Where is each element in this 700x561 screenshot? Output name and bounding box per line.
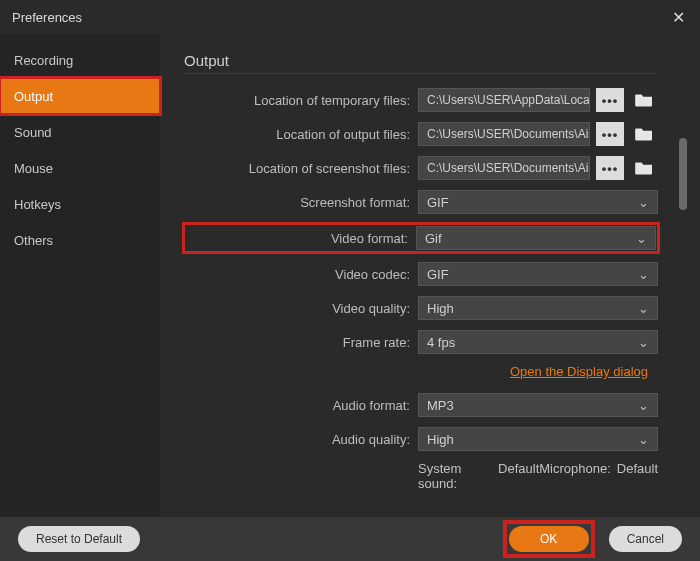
folder-icon (634, 160, 654, 176)
temp-files-input[interactable]: C:\Users\USER\AppData\Local\Ten (418, 88, 590, 112)
chevron-down-icon: ⌄ (638, 398, 649, 413)
open-folder-button[interactable] (630, 122, 658, 146)
more-button[interactable]: ••• (596, 156, 624, 180)
screenshot-format-select[interactable]: GIF ⌄ (418, 190, 658, 214)
frame-rate-select[interactable]: 4 fps ⌄ (418, 330, 658, 354)
chevron-down-icon: ⌄ (638, 335, 649, 350)
label-output-files: Location of output files: (184, 127, 418, 142)
reset-to-default-button[interactable]: Reset to Default (18, 526, 140, 552)
value-microphone: Default (617, 461, 658, 491)
footer: Reset to Default OK Cancel (0, 517, 700, 561)
screenshot-files-input[interactable]: C:\Users\USER\Documents\Aiseesc (418, 156, 590, 180)
label-audio-quality: Audio quality: (184, 432, 418, 447)
folder-icon (634, 92, 654, 108)
audio-format-select[interactable]: MP3 ⌄ (418, 393, 658, 417)
label-temp-files: Location of temporary files: (184, 93, 418, 108)
more-button[interactable]: ••• (596, 122, 624, 146)
label-screenshot-files: Location of screenshot files: (184, 161, 418, 176)
video-codec-select[interactable]: GIF ⌄ (418, 262, 658, 286)
sidebar-item-mouse[interactable]: Mouse (0, 150, 160, 186)
sidebar-item-sound[interactable]: Sound (0, 114, 160, 150)
label-video-codec: Video codec: (184, 267, 418, 282)
label-audio-format: Audio format: (184, 398, 418, 413)
label-system-sound: System sound: (418, 461, 492, 491)
label-video-format: Video format: (186, 231, 416, 246)
label-video-quality: Video quality: (184, 301, 418, 316)
chevron-down-icon: ⌄ (638, 267, 649, 282)
label-microphone: Microphone: (539, 461, 611, 491)
sidebar-item-hotkeys[interactable]: Hotkeys (0, 186, 160, 222)
content-panel: Output Location of temporary files: C:\U… (160, 34, 676, 494)
chevron-down-icon: ⌄ (638, 432, 649, 447)
value-system-sound: Default (498, 461, 539, 491)
label-screenshot-format: Screenshot format: (184, 195, 418, 210)
label-frame-rate: Frame rate: (184, 335, 418, 350)
scrollbar[interactable] (676, 34, 690, 527)
video-format-select[interactable]: Gif ⌄ (416, 226, 656, 250)
open-folder-button[interactable] (630, 156, 658, 180)
sidebar: Recording Output Sound Mouse Hotkeys Oth… (0, 34, 160, 527)
section-title-output: Output (184, 52, 658, 69)
chevron-down-icon: ⌄ (636, 231, 647, 246)
video-quality-select[interactable]: High ⌄ (418, 296, 658, 320)
sidebar-item-others[interactable]: Others (0, 222, 160, 258)
sidebar-item-output[interactable]: Output (0, 78, 160, 114)
folder-icon (634, 126, 654, 142)
scrollbar-thumb[interactable] (679, 138, 687, 210)
ok-button[interactable]: OK (509, 526, 589, 552)
sidebar-item-recording[interactable]: Recording (0, 42, 160, 78)
window-title: Preferences (12, 10, 82, 25)
chevron-down-icon: ⌄ (638, 301, 649, 316)
audio-quality-select[interactable]: High ⌄ (418, 427, 658, 451)
divider (184, 73, 658, 74)
close-icon[interactable]: ✕ (668, 8, 688, 27)
chevron-down-icon: ⌄ (638, 195, 649, 210)
more-button[interactable]: ••• (596, 88, 624, 112)
open-display-dialog-link[interactable]: Open the Display dialog (510, 364, 648, 379)
cancel-button[interactable]: Cancel (609, 526, 682, 552)
output-files-input[interactable]: C:\Users\USER\Documents\Aiseesc (418, 122, 590, 146)
open-folder-button[interactable] (630, 88, 658, 112)
